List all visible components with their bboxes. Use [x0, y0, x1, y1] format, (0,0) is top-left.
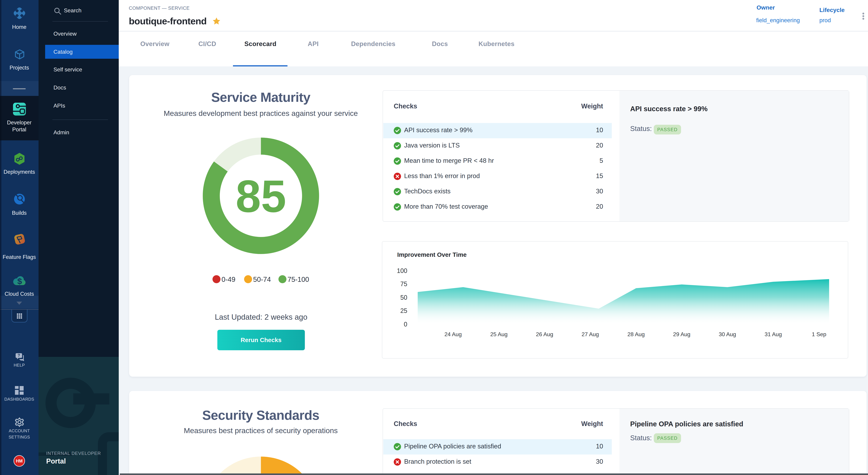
- svg-text:?: ?: [18, 353, 20, 358]
- svg-text:85: 85: [236, 171, 286, 222]
- svg-text:$: $: [18, 276, 22, 286]
